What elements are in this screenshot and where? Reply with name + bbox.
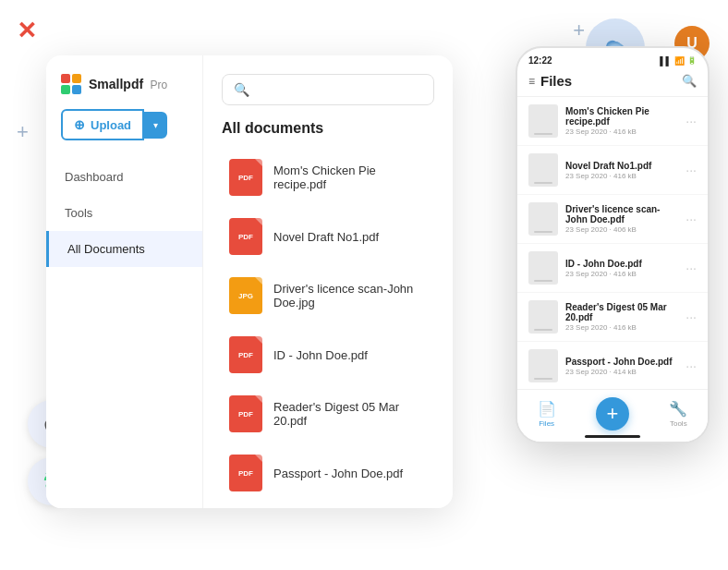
phone-file-menu-3[interactable]: ··· (686, 261, 697, 275)
sidebar-item-all-documents[interactable]: All Documents (46, 231, 202, 267)
search-icon: 🔍 (234, 82, 249, 97)
file-item-3[interactable]: PDF ID - John Doe.pdf (222, 327, 434, 382)
phone-file-menu-2[interactable]: ··· (686, 212, 697, 226)
phone-fab-button[interactable]: + (596, 397, 629, 431)
phone-file-info-5: Passport - John Doe.pdf 23 Sep 2020 · 41… (565, 357, 678, 376)
file-name-2: Driver's licence scan-John Doe.jpg (273, 282, 427, 309)
sidebar-navigation: Dashboard Tools All Documents (46, 159, 202, 267)
plus-circle-icon: ⊕ (74, 117, 85, 132)
phone-status-icons: ▌▌ 📶 🔋 (660, 56, 697, 66)
phone-file-item-2[interactable]: Driver's licence scan-John Doe.pdf 23 Se… (517, 195, 708, 244)
phone-file-info-1: Novel Draft No1.pdf 23 Sep 2020 · 416 kB (565, 161, 678, 180)
file-name-0: Mom's Chicken Pie recipe.pdf (273, 164, 427, 191)
sidebar-item-tools[interactable]: Tools (46, 195, 202, 231)
sidebar: Smallpdf Pro ⊕ Upload ▾ Dashboard Tools … (46, 55, 203, 508)
phone-file-menu-1[interactable]: ··· (686, 163, 697, 177)
phone-file-name-2: Driver's licence scan-John Doe.pdf (565, 204, 678, 224)
file-name-3: ID - John Doe.pdf (273, 348, 368, 362)
search-bar[interactable]: 🔍 (222, 74, 434, 105)
phone-file-icon-0 (528, 104, 558, 138)
phone-file-info-3: ID - John Doe.pdf 23 Sep 2020 · 416 kB (565, 259, 678, 278)
phone-file-item-0[interactable]: Mom's Chicken Pie recipe.pdf 23 Sep 2020… (517, 97, 708, 146)
phone-file-icon-2 (528, 202, 558, 236)
file-badge-pdf-3: PDF (229, 336, 262, 373)
phone-overlay: 12:22 ▌▌ 📶 🔋 ≡ Files 🔍 Mom's Chicken Pie… (516, 46, 710, 443)
phone-file-item-5[interactable]: Passport - John Doe.pdf 23 Sep 2020 · 41… (517, 342, 708, 383)
main-content: 🔍 All documents PDF Mom's Chicken Pie re… (203, 55, 453, 508)
phone-file-list: Mom's Chicken Pie recipe.pdf 23 Sep 2020… (517, 97, 708, 383)
phone-tools-icon: 🔧 (669, 400, 687, 418)
phone-file-info-0: Mom's Chicken Pie recipe.pdf 23 Sep 2020… (565, 106, 678, 136)
phone-tab-files[interactable]: 📄 Files (538, 400, 556, 428)
file-badge-pdf-1: PDF (229, 218, 262, 255)
phone-file-item-3[interactable]: ID - John Doe.pdf 23 Sep 2020 · 416 kB ·… (517, 244, 708, 293)
phone-file-icon-1 (528, 153, 558, 187)
phone-home-indicator (585, 435, 640, 438)
phone-header: ≡ Files 🔍 (517, 69, 708, 97)
phone-tab-tools[interactable]: 🔧 Tools (669, 400, 687, 428)
logo-icon (61, 74, 81, 94)
phone-files-icon: 📄 (538, 400, 556, 418)
phone-file-menu-4[interactable]: ··· (686, 309, 697, 324)
phone-file-icon-3 (528, 251, 558, 285)
file-item-2[interactable]: JPG Driver's licence scan-John Doe.jpg (222, 268, 434, 323)
phone-file-meta-0: 23 Sep 2020 · 416 kB (565, 127, 678, 136)
file-item-0[interactable]: PDF Mom's Chicken Pie recipe.pdf (222, 150, 434, 205)
phone-file-item-4[interactable]: Reader's Digest 05 Mar 20.pdf 23 Sep 202… (517, 293, 708, 342)
file-badge-pdf-0: PDF (229, 159, 262, 196)
file-item-5[interactable]: PDF Passport - John Doe.pdf (222, 445, 434, 501)
phone-file-info-2: Driver's licence scan-John Doe.pdf 23 Se… (565, 204, 678, 234)
file-item-1[interactable]: PDF Novel Draft No1.pdf (222, 209, 434, 264)
search-input[interactable] (257, 83, 422, 97)
deco-x-icon: ✕ (17, 17, 44, 44)
phone-time: 12:22 (528, 55, 552, 66)
section-title: All documents (222, 120, 434, 137)
phone-bottom-bar: 📄 Files + 🔧 Tools (517, 389, 708, 442)
phone-file-item-1[interactable]: Novel Draft No1.pdf 23 Sep 2020 · 416 kB… (517, 146, 708, 195)
sidebar-item-dashboard[interactable]: Dashboard (46, 159, 202, 195)
file-name-5: Passport - John Doe.pdf (273, 467, 403, 480)
phone-file-name-5: Passport - John Doe.pdf (565, 357, 678, 367)
sidebar-logo-text: Smallpdf Pro (89, 76, 167, 92)
file-badge-jpg-2: JPG (229, 277, 262, 314)
phone-search-icon[interactable]: 🔍 (682, 74, 697, 88)
phone-file-meta-3: 23 Sep 2020 · 416 kB (565, 270, 678, 278)
phone-file-icon-5 (528, 349, 558, 382)
phone-file-name-0: Mom's Chicken Pie recipe.pdf (565, 106, 678, 127)
phone-status-bar: 12:22 ▌▌ 📶 🔋 (517, 48, 708, 69)
file-list: PDF Mom's Chicken Pie recipe.pdf PDF Nov… (222, 150, 434, 501)
phone-file-menu-0[interactable]: ··· (686, 114, 697, 128)
upload-button-container: ⊕ Upload ▾ (46, 109, 202, 159)
desktop-card: Smallpdf Pro ⊕ Upload ▾ Dashboard Tools … (46, 55, 453, 508)
phone-file-name-3: ID - John Doe.pdf (565, 259, 678, 269)
sidebar-logo: Smallpdf Pro (46, 74, 202, 109)
file-name-4: Reader's Digest 05 Mar 20.pdf (273, 400, 427, 428)
phone-file-meta-2: 23 Sep 2020 · 406 kB (565, 225, 678, 234)
phone-file-name-1: Novel Draft No1.pdf (565, 161, 678, 171)
upload-dropdown-button[interactable]: ▾ (144, 112, 167, 139)
phone-file-icon-4 (528, 300, 558, 334)
phone-file-info-4: Reader's Digest 05 Mar 20.pdf 23 Sep 202… (565, 302, 678, 332)
deco-plus-left: + (17, 120, 29, 144)
phone-file-meta-1: 23 Sep 2020 · 416 kB (565, 172, 678, 180)
phone-file-menu-5[interactable]: ··· (686, 358, 697, 373)
phone-file-meta-4: 23 Sep 2020 · 416 kB (565, 323, 678, 332)
file-item-4[interactable]: PDF Reader's Digest 05 Mar 20.pdf (222, 386, 434, 442)
phone-file-name-4: Reader's Digest 05 Mar 20.pdf (565, 302, 678, 322)
file-badge-pdf-4: PDF (229, 395, 262, 432)
file-name-1: Novel Draft No1.pdf (273, 230, 379, 244)
phone-header-title: ≡ Files (528, 73, 572, 89)
file-badge-pdf-5: PDF (229, 455, 262, 491)
upload-button[interactable]: ⊕ Upload (61, 109, 144, 140)
phone-file-meta-5: 23 Sep 2020 · 414 kB (565, 368, 678, 376)
deco-plus-top-right: + (573, 18, 585, 42)
